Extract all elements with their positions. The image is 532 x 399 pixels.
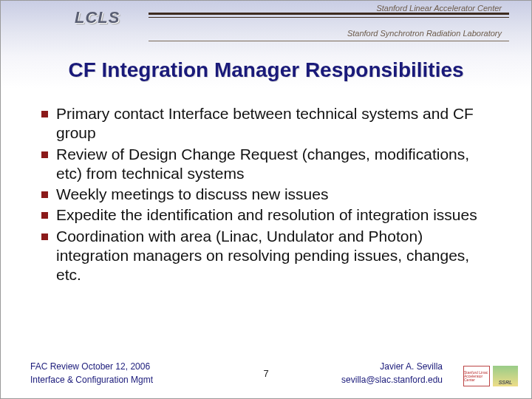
slac-logo-icon: Stanford Linac Accelerator Center xyxy=(463,366,490,386)
footer-author: Javier A. Sevilla xyxy=(341,360,443,373)
footer: FAC Review October 12, 2006 Interface & … xyxy=(1,360,531,391)
footer-logos: Stanford Linac Accelerator Center SSRL xyxy=(463,366,518,386)
header-rule-thin xyxy=(149,41,509,41)
slide: LCLS Stanford Linear Accelerator Center … xyxy=(0,0,532,399)
slide-body: Primary contact Interface between techni… xyxy=(41,104,498,286)
footer-email: sevilla@slac.stanford.edu xyxy=(341,373,443,386)
bullet-item: Weekly meetings to discuss new issues xyxy=(41,185,498,204)
footer-left: FAC Review October 12, 2006 Interface & … xyxy=(30,360,153,386)
bullet-item: Primary contact Interface between techni… xyxy=(41,104,498,143)
footer-event: FAC Review October 12, 2006 xyxy=(30,360,153,373)
lcls-logo: LCLS xyxy=(75,8,120,27)
bullet-item: Coordination with area (Linac, Undulator… xyxy=(41,227,498,285)
bullet-item: Review of Design Change Request (changes… xyxy=(41,145,498,184)
lab-name-2: Stanford Synchrotron Radiation Laborator… xyxy=(347,29,502,38)
page-number: 7 xyxy=(263,368,268,379)
bullet-item: Expedite the identification and resoluti… xyxy=(41,205,498,225)
header-bar: LCLS Stanford Linear Accelerator Center … xyxy=(1,8,531,47)
slide-title: CF Integration Manager Responsibilities xyxy=(1,58,531,82)
ssrl-logo-icon: SSRL xyxy=(493,366,518,386)
lab-name-1: Stanford Linear Accelerator Center xyxy=(376,4,502,13)
footer-right: Javier A. Sevilla sevilla@slac.stanford.… xyxy=(341,360,443,386)
footer-topic: Interface & Configuration Mgmt xyxy=(30,373,153,386)
header-rule xyxy=(149,13,509,18)
